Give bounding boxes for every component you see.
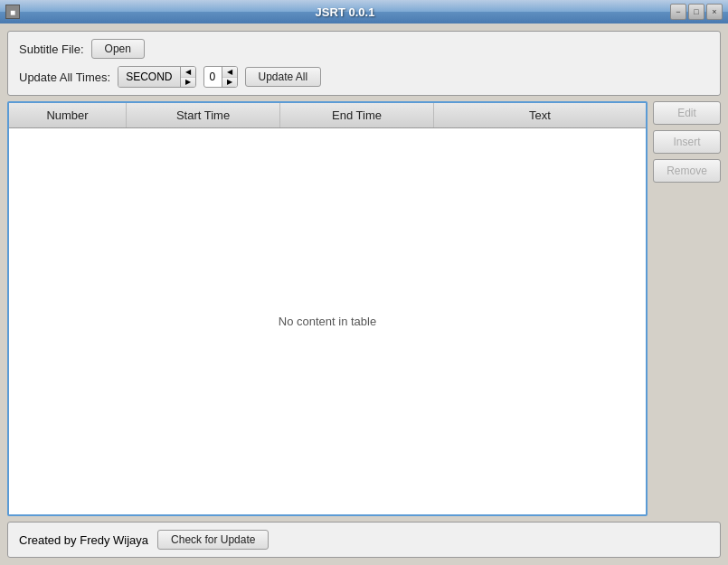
edit-button[interactable]: Edit <box>653 101 721 125</box>
value-arrows[interactable]: ◀ ▶ <box>222 67 237 87</box>
check-update-button[interactable]: Check for Update <box>157 530 269 550</box>
update-all-button[interactable]: Update All <box>245 67 322 87</box>
column-header-start-time: Start Time <box>127 103 280 127</box>
table-panel: Number Start Time End Time Text No conte… <box>7 101 648 516</box>
bottom-panel: Created by Fredy Wijaya Check for Update <box>7 522 721 558</box>
close-button[interactable]: × <box>706 4 723 20</box>
unit-next-button[interactable]: ▶ <box>181 78 195 88</box>
title-bar: ■ JSRT 0.0.1 − □ × <box>0 0 728 24</box>
empty-table-message: No content in table <box>279 315 376 328</box>
middle-section: Number Start Time End Time Text No conte… <box>7 101 721 516</box>
update-all-times-label: Update All Times: <box>19 71 110 84</box>
value-next-button[interactable]: ▶ <box>222 78 237 88</box>
value-display: 0 <box>204 67 222 87</box>
unit-spinner[interactable]: SECOND ◀ ▶ <box>118 66 195 88</box>
column-header-end-time: End Time <box>280 103 434 127</box>
value-spinner[interactable]: 0 ◀ ▶ <box>203 66 238 88</box>
table-body: No content in table <box>9 128 646 514</box>
remove-button[interactable]: Remove <box>653 159 721 183</box>
window-controls: − □ × <box>670 4 723 20</box>
open-button[interactable]: Open <box>91 39 145 59</box>
value-prev-button[interactable]: ◀ <box>222 67 237 78</box>
app-icon: ■ <box>5 5 20 19</box>
unit-prev-button[interactable]: ◀ <box>181 67 195 78</box>
subtitle-file-row: Subtitle File: Open <box>19 39 709 59</box>
table-header: Number Start Time End Time Text <box>9 103 646 128</box>
top-panel: Subtitle File: Open Update All Times: SE… <box>7 31 721 96</box>
window-title: JSRT 0.0.1 <box>20 5 670 19</box>
unit-arrows[interactable]: ◀ ▶ <box>181 67 195 87</box>
column-header-number: Number <box>9 103 127 127</box>
column-header-text: Text <box>434 103 646 127</box>
update-all-times-row: Update All Times: SECOND ◀ ▶ 0 ◀ ▶ Updat… <box>19 66 709 88</box>
insert-button[interactable]: Insert <box>653 130 721 154</box>
maximize-button[interactable]: □ <box>688 4 704 20</box>
side-buttons: Edit Insert Remove <box>653 101 721 516</box>
credit-label: Created by Fredy Wijaya <box>19 533 148 547</box>
minimize-button[interactable]: − <box>670 4 686 20</box>
main-content: Subtitle File: Open Update All Times: SE… <box>0 24 728 565</box>
subtitle-file-label: Subtitle File: <box>19 42 84 56</box>
unit-value: SECOND <box>118 67 180 87</box>
